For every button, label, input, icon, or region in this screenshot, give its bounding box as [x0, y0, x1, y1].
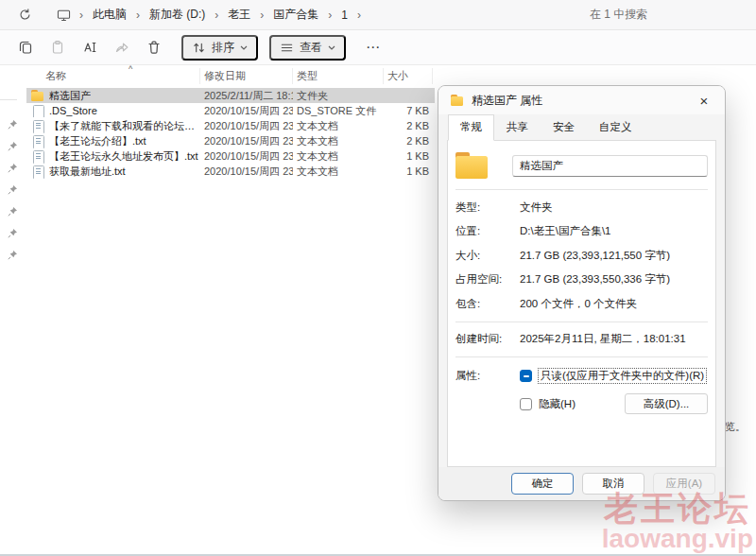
apply-button[interactable]: 应用(A) — [653, 473, 715, 495]
close-button[interactable]: × — [687, 87, 721, 113]
table-row[interactable]: 获取最新地址.txt 2020/10/15/周四 23:37 文本文档 1 KB — [26, 164, 435, 179]
pinned-item[interactable] — [0, 244, 25, 266]
pin-icon — [8, 250, 18, 260]
dialog-tab[interactable]: 共享 — [494, 114, 541, 141]
file-type: 文本文档 — [293, 119, 384, 133]
rename-icon — [82, 40, 97, 55]
file-name-cell: 【来了就能下载和观看的论坛，纯免费！ ... — [26, 119, 200, 133]
file-name: 【老王论坛永久地址发布页】.txt — [49, 149, 198, 164]
property-field-created: 创建时间: 2025年2月11日, 星期二，18:01:31 — [455, 331, 708, 346]
column-header[interactable]: 修改日期 — [200, 68, 293, 84]
pin-icon — [8, 228, 18, 238]
field-label: 创建时间: — [455, 331, 520, 346]
field-value: 21.7 GB (23,393,121,550 字节) — [520, 248, 708, 263]
breadcrumb-segment: 新加卷 (D:) › — [145, 4, 223, 26]
table-row[interactable]: 【来了就能下载和观看的论坛，纯免费！ ... 2020/10/15/周四 23:… — [26, 118, 435, 133]
file-name-cell: 获取最新地址.txt — [26, 165, 200, 179]
pinned-item[interactable] — [0, 135, 25, 157]
hidden-row[interactable]: 隐藏(H) 高级(D)... — [520, 393, 708, 414]
folder-icon — [450, 95, 465, 107]
advanced-button[interactable]: 高级(D)... — [625, 393, 708, 414]
view-label: 查看 — [300, 40, 322, 56]
column-header[interactable]: 大小 — [384, 68, 433, 84]
file-icon — [30, 135, 45, 148]
file-type: 文本文档 — [293, 134, 384, 148]
file-date: 2020/10/15/周四 23:37 — [200, 119, 293, 133]
hidden-checkbox[interactable] — [520, 398, 532, 410]
folder-name-input[interactable] — [512, 155, 708, 177]
column-header[interactable]: 名称 — [26, 68, 200, 84]
share-icon — [114, 40, 129, 55]
file-icon — [30, 120, 45, 132]
paste-button[interactable] — [42, 35, 74, 61]
pin-icon — [8, 141, 18, 151]
dialog-title: 精选国产 属性 — [472, 93, 542, 109]
dialog-tab[interactable]: 安全 — [541, 114, 587, 141]
chevron-right-icon: › — [260, 9, 264, 22]
sort-arrows-icon — [192, 41, 206, 55]
column-headers: ^ 名称 修改日期 类型 大小 — [26, 65, 435, 88]
file-type: 文件夹 — [293, 89, 384, 103]
delete-button[interactable] — [138, 35, 170, 61]
dialog-tab[interactable]: 自定义 — [587, 114, 644, 141]
pin-icon — [8, 206, 18, 217]
table-row[interactable]: 精选国产 2025/2/11/周二 18:12 文件夹 — [26, 88, 435, 103]
computer-icon — [57, 9, 71, 22]
chevron-right-icon: › — [328, 9, 332, 22]
breadcrumb-item[interactable]: 1 — [336, 6, 352, 25]
column-header[interactable]: 类型 — [293, 68, 384, 84]
breadcrumb-segment: 此电脑 › — [88, 4, 145, 26]
sort-ascending-indicator: ^ — [129, 64, 132, 74]
sort-button[interactable]: 排序 — [181, 35, 258, 61]
folder-icon-large — [455, 152, 488, 179]
copy-button[interactable] — [9, 35, 42, 61]
ok-button[interactable]: 确定 — [511, 473, 574, 495]
pin-icon — [8, 119, 18, 130]
breadcrumb-item[interactable]: 新加卷 (D:) — [145, 4, 210, 26]
field-value: 200 个文件，0 个文件夹 — [520, 296, 708, 311]
copy-icon — [18, 40, 33, 55]
dialog-tabs: 常规 共享 安全 自定义 — [438, 114, 725, 141]
cancel-button[interactable]: 取消 — [582, 473, 644, 495]
hidden-label: 隐藏(H) — [539, 397, 576, 411]
file-name: 获取最新地址.txt — [49, 165, 126, 179]
file-size: 2 KB — [384, 135, 433, 147]
divider — [455, 356, 708, 357]
divider — [0, 99, 17, 100]
breadcrumb-item[interactable]: 老王 — [223, 4, 255, 26]
file-date: 2020/10/15/周四 23:37 — [200, 165, 293, 179]
readonly-checkbox[interactable] — [520, 370, 532, 382]
breadcrumb-item[interactable]: 此电脑 — [88, 4, 131, 26]
paste-icon — [50, 40, 65, 55]
refresh-icon — [18, 8, 32, 22]
table-row[interactable]: 【老王论坛永久地址发布页】.txt 2020/10/15/周四 23:22 文本… — [26, 148, 435, 164]
more-options-button[interactable]: ⋯ — [359, 35, 387, 61]
file-type: 文本文档 — [293, 149, 384, 164]
chevron-down-icon — [240, 45, 248, 50]
readonly-label: 只读(仅应用于文件夹中的文件)(R) — [539, 369, 706, 383]
pinned-item[interactable] — [0, 157, 25, 179]
refresh-button[interactable] — [13, 4, 36, 26]
pinned-item[interactable] — [0, 113, 25, 135]
dialog-tab[interactable]: 常规 — [448, 114, 494, 141]
toolbar: 排序 查看 ⋯ — [0, 30, 756, 65]
table-row[interactable]: 【老王论坛介绍】.txt 2020/10/15/周四 23:36 文本文档 2 … — [26, 133, 435, 148]
dialog-footer: 确定 取消 应用(A) — [438, 467, 725, 500]
readonly-row[interactable]: 只读(仅应用于文件夹中的文件)(R) — [520, 369, 708, 383]
search-input[interactable]: 在 1 中搜索 — [584, 7, 743, 23]
pinned-item[interactable] — [0, 200, 25, 222]
rename-button[interactable] — [74, 35, 106, 61]
table-row[interactable]: .DS_Store 2020/10/15/周四 23:36 DS_STORE 文… — [26, 103, 435, 118]
ellipsis-icon: ⋯ — [366, 39, 381, 56]
pinned-item[interactable] — [0, 179, 25, 200]
chevron-right-icon: › — [79, 9, 83, 22]
share-button[interactable] — [106, 35, 138, 61]
pinned-item[interactable] — [0, 222, 25, 244]
breadcrumb-item[interactable]: 国产合集 — [268, 4, 323, 26]
file-name-cell: 精选国产 — [26, 89, 200, 103]
field-value: D:\老王\国产合集\1 — [520, 223, 708, 238]
view-button[interactable]: 查看 — [269, 35, 346, 61]
file-explorer-window: › 此电脑 › 新加卷 (D:) › 老王 › 国产合集 — [0, 0, 756, 556]
field-label: 包含: — [455, 296, 520, 311]
file-icon — [30, 105, 45, 117]
